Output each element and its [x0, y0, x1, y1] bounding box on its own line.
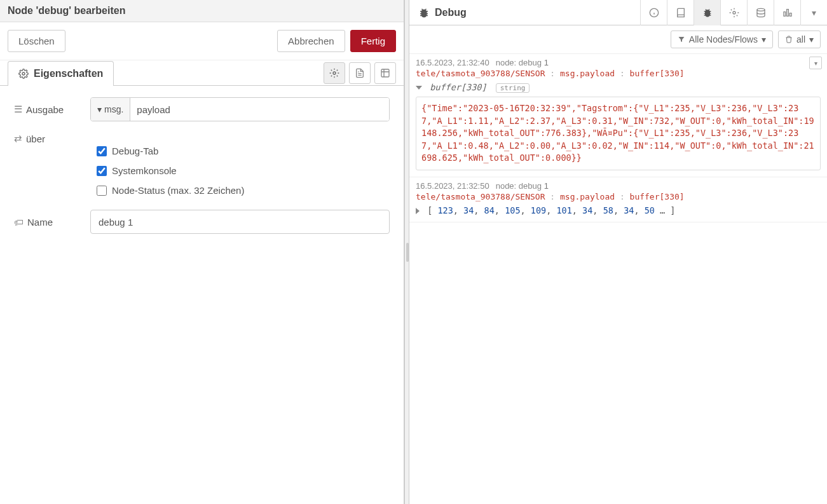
tab-properties[interactable]: Eigenschaften: [8, 61, 114, 86]
caret-right-icon: [416, 208, 420, 214]
name-label: 🏷 Name: [14, 217, 84, 228]
debug-title-label: Debug: [435, 7, 467, 18]
debug-panel: Debug ▾ Alle Nodes/Flows ▾: [409, 0, 827, 504]
debug-header: Debug ▾: [409, 0, 827, 25]
panel-splitter[interactable]: [404, 0, 409, 504]
caret-down-icon: ▾: [809, 34, 814, 44]
debug-message: ▾ 16.5.2023, 21:32:40 node: debug 1 tele…: [409, 54, 827, 177]
checkbox-node-status[interactable]: [97, 186, 107, 196]
output-input[interactable]: [130, 98, 389, 121]
sidebar-tab-debug[interactable]: [694, 0, 720, 25]
checkbox-node-status-label: Node-Status (max. 32 Zeichen): [112, 185, 244, 196]
filter-button[interactable]: Alle Nodes/Flows ▾: [671, 31, 773, 48]
message-node-link[interactable]: node: debug 1: [496, 58, 549, 67]
output-type-selector[interactable]: ▾ msg.: [91, 98, 130, 121]
tab-description-icon-button[interactable]: [349, 62, 371, 84]
message-timestamp: 16.5.2023, 21:32:40: [416, 58, 489, 67]
sidebar-tab-config[interactable]: [720, 0, 747, 25]
message-content[interactable]: {"Time":"2023-05-16T20:32:39","Tagstrom"…: [416, 97, 821, 170]
name-input[interactable]: [90, 210, 390, 234]
edit-panel: Node 'debug' bearbeiten Löschen Abbreche…: [0, 0, 404, 504]
gear-icon: [18, 69, 29, 79]
tag-icon: 🏷: [14, 217, 24, 228]
svg-point-4: [733, 11, 735, 14]
message-timestamp: 16.5.2023, 21:32:50: [416, 181, 489, 191]
edit-form: ☰ Ausgabe ▾ msg. ⇄ über: [0, 86, 404, 257]
bug-icon: [418, 7, 430, 18]
shuffle-icon: ⇄: [14, 133, 22, 144]
message-topic: tele/tasmota_903788/SENSOR : msg.payload…: [416, 69, 821, 78]
checkbox-system-console-label: Systemkonsole: [112, 165, 177, 176]
done-button[interactable]: Fertig: [350, 30, 396, 52]
clear-button[interactable]: all ▾: [778, 31, 821, 48]
delete-button[interactable]: Löschen: [8, 30, 65, 52]
edit-tabs: Eigenschaften: [0, 60, 404, 86]
debug-toolbar: Alle Nodes/Flows ▾ all ▾: [409, 25, 827, 54]
expand-toggle[interactable]: [416, 82, 425, 92]
message-topic: tele/tasmota_903788/SENSOR : msg.payload…: [416, 192, 821, 201]
sidebar-tab-context[interactable]: [747, 0, 774, 25]
edit-actions: Löschen Abbrechen Fertig: [0, 22, 404, 60]
debug-messages: ▾ 16.5.2023, 21:32:40 node: debug 1 tele…: [409, 54, 827, 504]
expand-toggle[interactable]: [416, 205, 422, 215]
tab-settings-icon-button[interactable]: [324, 62, 345, 84]
debug-message: 16.5.2023, 21:32:50 node: debug 1 tele/t…: [409, 177, 827, 222]
filter-icon: [678, 36, 685, 43]
message-node-link[interactable]: node: debug 1: [496, 181, 549, 191]
sidebar-tab-info[interactable]: [640, 0, 667, 25]
sidebar-tab-help[interactable]: [667, 0, 694, 25]
string-badge[interactable]: string: [496, 83, 530, 93]
caret-down-icon: ▾: [762, 34, 766, 44]
buffer-type-label: buffer[330]: [430, 82, 486, 92]
caret-down-icon: ▾: [812, 8, 816, 18]
checkbox-system-console[interactable]: [97, 166, 107, 176]
tab-properties-label: Eigenschaften: [34, 68, 103, 79]
svg-point-5: [757, 8, 765, 11]
checkbox-debug-tab[interactable]: [97, 146, 107, 156]
checkbox-debug-tab-label: Debug-Tab: [112, 146, 158, 156]
svg-point-1: [333, 72, 336, 74]
sidebar-tab-dashboard[interactable]: [774, 0, 800, 25]
svg-point-0: [22, 72, 25, 75]
caret-down-icon: ▾: [814, 60, 817, 67]
output-label: ☰ Ausgabe: [14, 104, 84, 115]
to-label: ⇄ über: [14, 133, 84, 144]
caret-down-icon: [416, 86, 422, 90]
svg-rect-2: [381, 69, 389, 77]
trash-icon: [785, 36, 793, 43]
edit-title: Node 'debug' bearbeiten: [0, 0, 404, 22]
tab-appearance-icon-button[interactable]: [374, 62, 396, 84]
caret-down-icon: ▾: [97, 104, 102, 114]
output-typed-input[interactable]: ▾ msg.: [90, 97, 390, 121]
list-icon: ☰: [14, 104, 22, 115]
cancel-button[interactable]: Abbrechen: [277, 30, 345, 52]
sidebar-tab-more[interactable]: ▾: [800, 0, 827, 25]
message-array-preview[interactable]: [ 123, 34, 84, 105, 109, 101, 34, 58, 34…: [416, 205, 821, 215]
message-menu-button[interactable]: ▾: [809, 57, 822, 69]
